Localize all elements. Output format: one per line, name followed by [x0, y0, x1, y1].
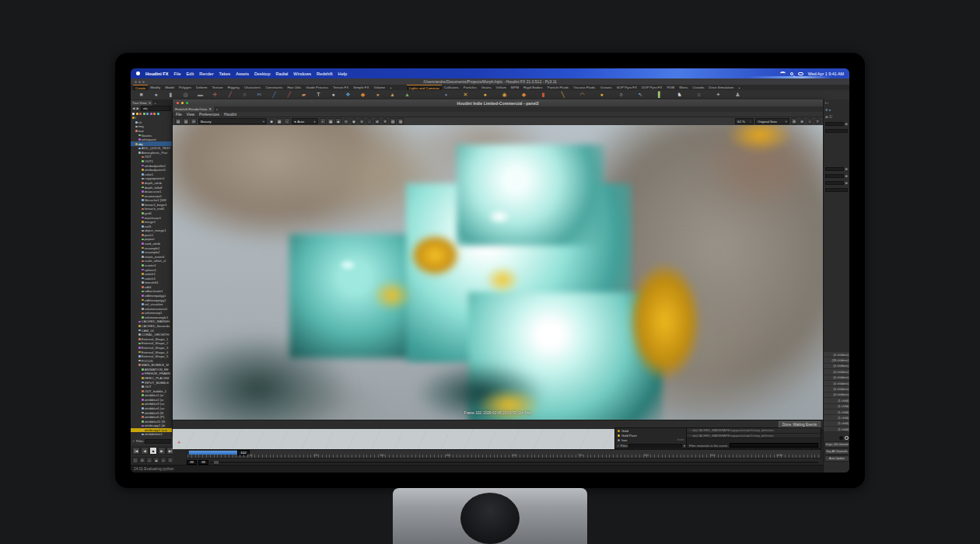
menubar-item[interactable]: Desktop: [254, 71, 271, 76]
shelf-tab[interactable]: Rigging: [226, 85, 242, 90]
shelf-tool-icon[interactable]: ▮: [534, 91, 553, 99]
apple-icon[interactable]: [136, 71, 140, 75]
shelf-tab[interactable]: Grains: [479, 85, 494, 90]
range-slider[interactable]: [210, 462, 818, 463]
shelf-tab[interactable]: Drive Simulation: [706, 85, 736, 90]
cancel-icon[interactable]: ✕: [382, 118, 388, 124]
check-icon[interactable]: ✓: [617, 444, 619, 448]
transport-button[interactable]: ■: [149, 447, 157, 455]
menubar-item[interactable]: Takes: [219, 71, 231, 76]
info-icon[interactable]: i: [807, 118, 813, 124]
menubar-item[interactable]: Radial: [276, 71, 289, 76]
zoom-level-field[interactable]: 62 %↕: [735, 118, 754, 124]
shelf-tab[interactable]: MPM: [509, 85, 521, 90]
help-icon[interactable]: ?: [814, 118, 821, 124]
snapshot-icon[interactable]: ◙: [268, 118, 275, 124]
link-icon[interactable]: ⊕: [845, 167, 848, 171]
expand-icon[interactable]: ↔: [366, 118, 373, 124]
palette-swatch[interactable]: [132, 113, 135, 115]
link-icon[interactable]: ⊕: [845, 122, 848, 126]
shelf-tab[interactable]: Deform: [194, 85, 209, 90]
range-slider-handle[interactable]: [213, 460, 219, 465]
close-icon[interactable]: ✕: [149, 101, 152, 105]
copy-icon[interactable]: ▨: [397, 118, 404, 124]
crop-icon[interactable]: ▫: [284, 118, 290, 124]
menubar-item[interactable]: Windows: [293, 71, 311, 76]
shelf-tool-icon[interactable]: ●: [475, 91, 495, 99]
zoom-in-icon[interactable]: ⊕: [799, 118, 805, 124]
camera-select[interactable]: ◂Auto▸: [292, 118, 318, 124]
shelf-tab[interactable]: Collisions: [442, 85, 461, 90]
link-icon[interactable]: ⊕: [845, 181, 848, 185]
network-path-row[interactable]: ›/obj/CACHED_MAINSHAPE/vopquickshade1/sh…: [687, 434, 821, 439]
shelf-tab[interactable]: Crowds: [690, 85, 706, 90]
add-tab-button[interactable]: +: [214, 107, 221, 111]
palette-swatch[interactable]: [146, 113, 149, 115]
playbar-option-icon[interactable]: ⌂: [146, 457, 152, 463]
search-icon[interactable]: [790, 72, 793, 75]
shelf-tool-icon[interactable]: ○: [237, 91, 252, 99]
shelf-tool-icon[interactable]: ●: [149, 91, 163, 99]
shelf-tool-icon[interactable]: ♞: [670, 91, 689, 99]
lock-icon[interactable]: ▪: [320, 118, 326, 124]
menubar-app-name[interactable]: Houdini FX: [145, 71, 169, 76]
shelf-tab[interactable]: Oceans: [598, 85, 614, 90]
playbar-option-icon[interactable]: ∿: [160, 457, 166, 463]
shelf-tool-icon[interactable]: ╲: [553, 91, 572, 99]
shelf-tab[interactable]: Guide Process: [303, 85, 331, 90]
shelf-tab[interactable]: Hair Utils: [285, 85, 303, 90]
tree-filter-input[interactable]: [145, 439, 171, 444]
tree-path-field[interactable]: obj: [141, 106, 171, 111]
palette-swatch[interactable]: [139, 113, 142, 115]
auto-update-button[interactable]: Auto Update: [824, 455, 849, 462]
shelf-tool-icon[interactable]: ●: [370, 91, 385, 99]
target-icon[interactable]: ◉: [351, 118, 357, 124]
shelf-tab[interactable]: Viscous Fluids: [571, 85, 597, 90]
link-icon[interactable]: ⊕: [845, 174, 848, 178]
menubar-item[interactable]: Render: [199, 71, 213, 76]
add-tab-button[interactable]: +: [152, 101, 157, 105]
param-field[interactable]: [825, 167, 844, 171]
wifi-icon[interactable]: [780, 71, 786, 75]
shelf-tool-icon[interactable]: ◗: [436, 91, 456, 99]
shelf-tab[interactable]: Wires: [677, 85, 690, 90]
swap-icon[interactable]: ⇄: [374, 118, 380, 124]
material-filter-input[interactable]: [628, 444, 682, 448]
dropdown-icon[interactable]: ▾: [684, 444, 685, 448]
param-field[interactable]: [825, 174, 844, 178]
palette-swatch[interactable]: [143, 113, 145, 115]
shelf-tool-icon[interactable]: ◆: [514, 91, 534, 99]
menubar-item[interactable]: Help: [338, 71, 348, 76]
render-menu-item[interactable]: Preferences: [199, 113, 219, 117]
shelf-tab[interactable]: Rigid Bodies: [521, 85, 545, 90]
shelf-tool-icon[interactable]: ■: [134, 91, 149, 99]
channels-button[interactable]: 0 keys, 0/0 channels: [824, 441, 849, 448]
size-select[interactable]: Original Size▾: [755, 118, 789, 124]
shelf-tool-icon[interactable]: ❖: [341, 91, 355, 99]
shelf-tab[interactable]: SOP Pyro FX: [614, 85, 639, 90]
panel-icon[interactable]: ▪: [825, 101, 827, 105]
render-menu-item[interactable]: Houdini: [224, 113, 236, 117]
palette-swatch[interactable]: [157, 113, 159, 115]
transport-button[interactable]: ▶: [158, 447, 166, 455]
shelf-tool-icon[interactable]: ✦: [709, 91, 728, 99]
param-field[interactable]: [825, 129, 848, 133]
gear-icon[interactable]: ⚙: [791, 118, 797, 124]
shelf-tab[interactable]: Particles: [461, 85, 479, 90]
tab-redshift-renderview[interactable]: Redshift RenderView ✕: [173, 106, 214, 112]
tab-tree-view[interactable]: Tree View ✕: [131, 100, 152, 106]
shelf-tab[interactable]: Model: [163, 85, 177, 90]
range-end-field[interactable]: 88: [198, 460, 208, 465]
shelf-tool-icon[interactable]: ●: [326, 91, 341, 99]
shelf-tool-icon[interactable]: ╱: [282, 91, 296, 99]
check-icon[interactable]: ✓: [132, 439, 135, 443]
shelf-tool-icon[interactable]: ╱: [222, 91, 237, 99]
ring-icon[interactable]: [845, 436, 849, 440]
playbar-option-icon[interactable]: ▢: [132, 457, 138, 463]
shelf-tool-icon[interactable]: ◆: [355, 91, 370, 99]
shelf-tab[interactable]: Characters: [242, 85, 263, 90]
shelf-tool-icon[interactable]: ◉: [495, 91, 514, 99]
grid-icon[interactable]: ▦: [327, 118, 334, 124]
render-menu-item[interactable]: File: [176, 113, 182, 117]
shelf-tool-icon[interactable]: ▬: [193, 91, 208, 99]
